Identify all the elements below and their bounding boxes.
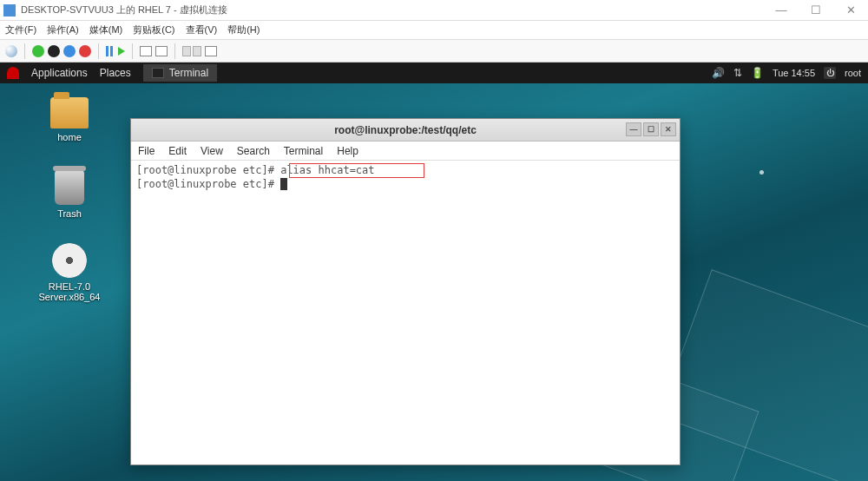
network-icon[interactable]: ⇅ <box>733 67 742 79</box>
terminal-task-icon <box>152 68 164 78</box>
vm-window-titlebar: DESKTOP-SVTVUU3 上的 RHEL 7 - 虚拟机连接 — ☐ ✕ <box>0 0 868 21</box>
terminal-title: root@linuxprobe:/test/qq/etc <box>334 124 477 136</box>
trash-icon <box>55 170 84 205</box>
minimize-button[interactable]: — <box>764 0 799 21</box>
term-menu-search[interactable]: Search <box>237 145 270 157</box>
term-menu-edit[interactable]: Edit <box>168 145 187 157</box>
places-menu[interactable]: Places <box>100 67 131 79</box>
terminal-body[interactable]: [root@linuxprobe etc]# alias hhcat=cat [… <box>131 161 680 465</box>
desktop-icon-label: Trash <box>35 208 104 219</box>
vm-window-title: DESKTOP-SVTVUU3 上的 RHEL 7 - 虚拟机连接 <box>21 3 227 16</box>
menu-clipboard[interactable]: 剪贴板(C) <box>133 23 174 36</box>
pause-button[interactable] <box>106 46 115 56</box>
cursor-icon <box>280 178 287 190</box>
menu-media[interactable]: 媒体(M) <box>89 23 123 36</box>
reset-button[interactable] <box>118 47 125 56</box>
term-prompt: [root@linuxprobe etc]# <box>136 164 280 176</box>
enhanced-button[interactable] <box>182 46 201 56</box>
desktop-home-icon[interactable]: home <box>35 97 104 142</box>
menu-action[interactable]: 操作(A) <box>47 23 79 36</box>
desktop-disc-icon[interactable]: RHEL-7.0 Server.x86_64 <box>35 243 104 302</box>
revert-button[interactable] <box>155 46 168 56</box>
vm-app-icon <box>3 4 16 16</box>
gnome-topbar: Applications Places Terminal 🔊 ⇅ 🔋 Tue 1… <box>0 63 868 83</box>
close-button[interactable]: ✕ <box>833 0 868 21</box>
vm-toolbar <box>0 40 868 63</box>
clock[interactable]: Tue 14:55 <box>773 68 815 78</box>
terminal-menubar: File Edit View Search Terminal Help <box>131 142 680 161</box>
term-menu-terminal[interactable]: Terminal <box>284 145 323 157</box>
term-maximize-button[interactable]: ☐ <box>643 122 659 136</box>
checkpoint-button[interactable] <box>140 46 152 56</box>
term-menu-view[interactable]: View <box>201 145 223 157</box>
menu-file[interactable]: 文件(F) <box>5 23 36 36</box>
term-command: alias hhcat=cat <box>280 164 374 176</box>
user-label[interactable]: root <box>845 68 861 78</box>
share-button[interactable] <box>205 46 217 56</box>
menu-view[interactable]: 查看(V) <box>186 23 218 36</box>
folder-icon <box>50 97 89 128</box>
terminal-window[interactable]: root@linuxprobe:/test/qq/etc — ☐ ✕ File … <box>130 118 681 465</box>
taskbar-terminal[interactable]: Terminal <box>143 64 217 82</box>
applications-menu[interactable]: Applications <box>31 67 88 79</box>
desktop-icon-label: home <box>35 132 104 142</box>
vm-display: Applications Places Terminal 🔊 ⇅ 🔋 Tue 1… <box>0 63 868 481</box>
ctrl-alt-del-button[interactable] <box>5 45 17 57</box>
desktop-icon-label: RHEL-7.0 Server.x86_64 <box>35 281 104 302</box>
battery-icon[interactable]: 🔋 <box>751 67 764 79</box>
term-minimize-button[interactable]: — <box>626 122 641 136</box>
term-menu-file[interactable]: File <box>138 145 155 157</box>
volume-icon[interactable]: 🔊 <box>712 67 725 79</box>
menu-help[interactable]: 帮助(H) <box>227 23 260 36</box>
taskbar-label: Terminal <box>169 67 208 79</box>
redhat-icon[interactable] <box>7 67 19 79</box>
vm-menubar: 文件(F) 操作(A) 媒体(M) 剪贴板(C) 查看(V) 帮助(H) <box>0 21 868 40</box>
power-icon[interactable]: ⏻ <box>824 67 836 79</box>
save-button[interactable] <box>79 45 91 57</box>
desktop-wallpaper: home Trash RHEL-7.0 Server.x86_64 root@l… <box>0 83 868 481</box>
maximize-button[interactable]: ☐ <box>799 0 833 21</box>
term-close-button[interactable]: ✕ <box>661 122 676 136</box>
disc-icon <box>52 243 87 278</box>
start-button[interactable] <box>32 45 44 57</box>
term-prompt: [root@linuxprobe etc]# <box>136 178 280 190</box>
turnoff-button[interactable] <box>48 45 60 57</box>
desktop-trash-icon[interactable]: Trash <box>35 170 104 219</box>
term-menu-help[interactable]: Help <box>337 145 358 157</box>
terminal-titlebar[interactable]: root@linuxprobe:/test/qq/etc — ☐ ✕ <box>131 119 680 142</box>
shutdown-button[interactable] <box>63 45 76 57</box>
